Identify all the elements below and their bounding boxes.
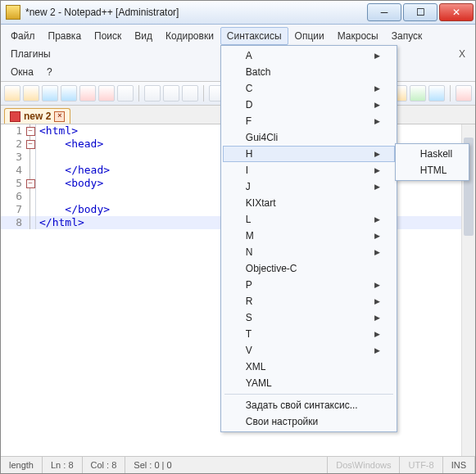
menu-encoding[interactable]: Кодировки bbox=[159, 27, 220, 45]
submenu-arrow-icon: ▶ bbox=[374, 330, 380, 338]
open-file-icon[interactable] bbox=[23, 85, 39, 102]
syntax-item-c[interactable]: C▶ bbox=[223, 80, 395, 97]
tool-icon-4[interactable] bbox=[428, 85, 445, 102]
status-col: Col : 8 bbox=[83, 457, 126, 473]
syntax-item-d[interactable]: D▶ bbox=[223, 97, 395, 113]
menu-options[interactable]: Опции bbox=[288, 27, 331, 45]
line-number: 2 bbox=[1, 138, 25, 151]
submenu-arrow-icon: ▶ bbox=[374, 52, 380, 60]
menu-file[interactable]: Файл bbox=[4, 27, 42, 45]
submenu-arrow-icon: ▶ bbox=[374, 166, 380, 174]
statusbar: length Ln : 8 Col : 8 Sel : 0 | 0 Dos\Wi… bbox=[1, 456, 475, 473]
code-line[interactable]: <head> bbox=[36, 138, 103, 151]
paste-icon[interactable] bbox=[182, 85, 198, 102]
line-number: 3 bbox=[1, 151, 25, 164]
menu-macros[interactable]: Макросы bbox=[331, 27, 385, 45]
syntax-item-f[interactable]: F▶ bbox=[223, 113, 395, 129]
cut-icon[interactable] bbox=[144, 85, 161, 102]
line-number: 5 bbox=[1, 177, 25, 190]
status-length: length bbox=[1, 457, 43, 473]
tab-label: new 2 bbox=[24, 111, 51, 122]
maximize-button[interactable]: ☐ bbox=[403, 3, 437, 21]
submenu-arrow-icon: ▶ bbox=[374, 314, 380, 322]
minimize-button[interactable]: ─ bbox=[367, 3, 401, 21]
submenu-item-haskell[interactable]: Haskell bbox=[397, 146, 467, 162]
syntax-item-objective-c[interactable]: Objective-C bbox=[223, 260, 395, 277]
syntax-item-s[interactable]: S▶ bbox=[223, 309, 395, 326]
syntax-item-xml[interactable]: XML bbox=[223, 359, 395, 375]
close-button[interactable]: ✕ bbox=[439, 3, 474, 21]
menu-help[interactable]: ? bbox=[40, 63, 59, 81]
syntax-item-v[interactable]: V▶ bbox=[223, 342, 395, 359]
menu-run[interactable]: Запуск bbox=[385, 27, 429, 45]
syntax-dropdown: A▶BatchC▶D▶F▶Gui4CliH▶I▶J▶KIXtartL▶M▶N▶O… bbox=[220, 45, 397, 432]
syntax-item-batch[interactable]: Batch bbox=[223, 64, 395, 80]
fold-icon[interactable]: − bbox=[26, 127, 35, 136]
status-eol: Dos\Windows bbox=[328, 457, 400, 473]
syntax-item-i[interactable]: I▶ bbox=[223, 162, 395, 178]
print-icon[interactable] bbox=[117, 85, 134, 102]
code-line[interactable]: </html> bbox=[36, 216, 84, 229]
line-number: 7 bbox=[1, 203, 25, 216]
code-line[interactable] bbox=[36, 190, 46, 203]
submenu-arrow-icon: ▶ bbox=[374, 183, 380, 191]
submenu-arrow-icon: ▶ bbox=[374, 248, 380, 256]
line-number: 8 bbox=[1, 216, 25, 229]
close-file-icon[interactable] bbox=[79, 85, 96, 102]
save-all-icon[interactable] bbox=[61, 85, 77, 102]
doc-close-x[interactable]: X bbox=[452, 46, 472, 62]
status-encoding: UTF-8 bbox=[400, 457, 442, 473]
h-submenu: Haskell HTML bbox=[395, 143, 469, 181]
titlebar: *new 2 - Notepad++ [Administrator] ─ ☐ ✕ bbox=[1, 1, 475, 25]
syntax-custom[interactable]: Задать свой синтаксис... bbox=[223, 397, 395, 413]
tool-icon-3[interactable] bbox=[410, 85, 426, 102]
file-tab[interactable]: new 2 × bbox=[4, 108, 70, 124]
syntax-item-a[interactable]: A▶ bbox=[223, 47, 395, 64]
submenu-arrow-icon: ▶ bbox=[374, 101, 380, 109]
syntax-item-l[interactable]: L▶ bbox=[223, 211, 395, 228]
menu-edit[interactable]: Правка bbox=[42, 27, 88, 45]
submenu-item-html[interactable]: HTML bbox=[397, 162, 467, 178]
line-number: 1 bbox=[1, 124, 25, 138]
syntax-item-p[interactable]: P▶ bbox=[223, 277, 395, 293]
syntax-item-h[interactable]: H▶ bbox=[223, 146, 395, 162]
submenu-arrow-icon: ▶ bbox=[374, 346, 380, 354]
record-icon[interactable] bbox=[456, 85, 472, 102]
line-number: 6 bbox=[1, 190, 25, 203]
syntax-item-r[interactable]: R▶ bbox=[223, 293, 395, 309]
status-ln: Ln : 8 bbox=[43, 457, 83, 473]
syntax-item-m[interactable]: M▶ bbox=[223, 228, 395, 244]
fold-icon[interactable]: − bbox=[26, 140, 35, 149]
syntax-item-yaml[interactable]: YAML bbox=[223, 375, 395, 391]
menu-windows[interactable]: Окна bbox=[4, 63, 40, 81]
copy-icon[interactable] bbox=[163, 85, 179, 102]
syntax-item-gui4cli[interactable]: Gui4Cli bbox=[223, 129, 395, 146]
close-all-icon[interactable] bbox=[98, 85, 115, 102]
code-line[interactable]: </body> bbox=[36, 203, 110, 216]
app-icon bbox=[6, 5, 20, 20]
code-line[interactable]: <html> bbox=[36, 124, 78, 138]
window-title: *new 2 - Notepad++ [Administrator] bbox=[25, 7, 365, 18]
menu-search[interactable]: Поиск bbox=[88, 27, 128, 45]
submenu-arrow-icon: ▶ bbox=[374, 150, 380, 158]
menu-view[interactable]: Вид bbox=[128, 27, 159, 45]
syntax-item-j[interactable]: J▶ bbox=[223, 178, 395, 195]
menu-plugins[interactable]: Плагины bbox=[4, 45, 57, 63]
submenu-arrow-icon: ▶ bbox=[374, 281, 380, 289]
syntax-item-kixtart[interactable]: KIXtart bbox=[223, 195, 395, 211]
syntax-item-n[interactable]: N▶ bbox=[223, 244, 395, 260]
submenu-arrow-icon: ▶ bbox=[374, 117, 380, 125]
syntax-own[interactable]: Свои настройки bbox=[223, 413, 395, 430]
line-number: 4 bbox=[1, 164, 25, 177]
syntax-item-t[interactable]: T▶ bbox=[223, 326, 395, 342]
fold-icon[interactable]: − bbox=[26, 179, 35, 188]
menu-syntax[interactable]: Синтаксисы bbox=[220, 27, 288, 45]
disk-icon bbox=[10, 111, 20, 122]
save-icon[interactable] bbox=[42, 85, 58, 102]
code-line[interactable]: <body> bbox=[36, 177, 103, 190]
new-file-icon[interactable] bbox=[4, 85, 20, 102]
code-line[interactable] bbox=[36, 151, 46, 164]
tab-close-icon[interactable]: × bbox=[54, 111, 65, 122]
submenu-arrow-icon: ▶ bbox=[374, 297, 380, 305]
code-line[interactable]: </head> bbox=[36, 164, 110, 177]
